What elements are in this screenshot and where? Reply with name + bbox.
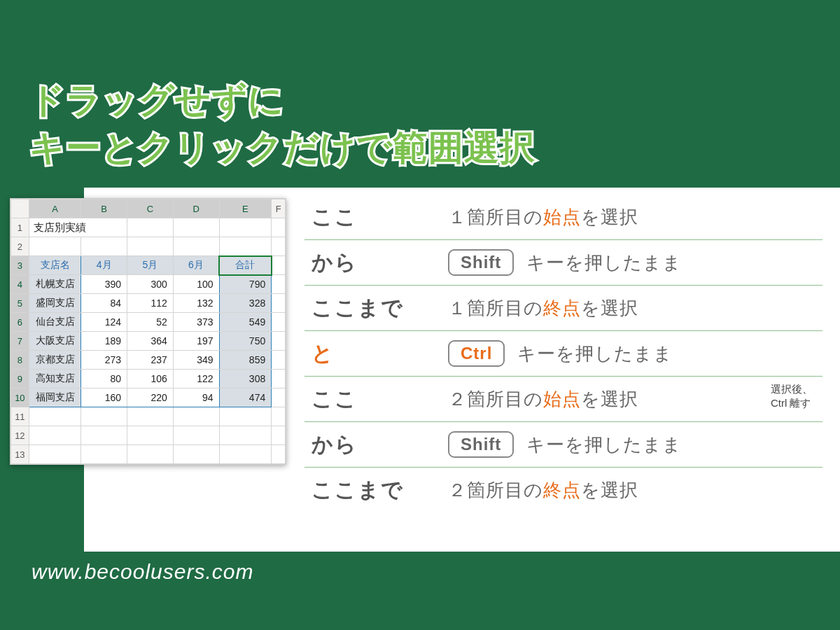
row-2: 2 xyxy=(11,237,286,256)
cell-f4[interactable] xyxy=(272,275,286,294)
step-4-text: Ctrl キーを押したまま xyxy=(448,340,822,367)
spreadsheet: A B C D E F 1 支店別実績 2 3 支店名 4月 5月 6月 合計 xyxy=(10,198,286,465)
spreadsheet-table: A B C D E F 1 支店別実績 2 3 支店名 4月 5月 6月 合計 xyxy=(10,199,286,464)
cell-e5[interactable]: 328 xyxy=(219,294,272,313)
step-6-text: Shift キーを押したまま xyxy=(448,431,822,458)
cell-b10[interactable]: 160 xyxy=(81,388,127,407)
cell-f6[interactable] xyxy=(272,313,286,332)
step-2: から Shift キーを押したまま xyxy=(304,240,822,286)
cell-d8[interactable]: 349 xyxy=(173,351,219,370)
cell-d2[interactable] xyxy=(173,237,219,256)
cell-e4[interactable]: 790 xyxy=(219,275,272,294)
step-6: から Shift キーを押したまま xyxy=(304,422,822,468)
cell-a7[interactable]: 大阪支店 xyxy=(29,332,81,351)
cell-e8[interactable]: 859 xyxy=(219,351,272,370)
row-4: 4 札幌支店 390 300 100 790 xyxy=(11,275,286,294)
step-1-label: ここ xyxy=(312,203,448,232)
cell-f3[interactable] xyxy=(272,256,286,275)
cell-c8[interactable]: 237 xyxy=(127,351,174,370)
cell-b8[interactable]: 273 xyxy=(81,351,127,370)
site-url: www.becoolusers.com xyxy=(31,560,253,584)
cell-a9[interactable]: 高知支店 xyxy=(29,370,81,388)
row-header-5[interactable]: 5 xyxy=(11,294,29,313)
cell-d1[interactable] xyxy=(173,218,219,237)
instruction-list: ここ １箇所目の始点を選択 から Shift キーを押したまま ここまで １箇所… xyxy=(304,195,822,513)
cell-c4[interactable]: 300 xyxy=(127,275,174,294)
cell-a3[interactable]: 支店名 xyxy=(29,256,81,275)
cell-d4[interactable]: 100 xyxy=(173,275,219,294)
row-header-9[interactable]: 9 xyxy=(11,370,29,388)
row-1: 1 支店別実績 xyxy=(11,218,286,237)
col-header-f[interactable]: F xyxy=(272,200,286,218)
cell-f1[interactable] xyxy=(272,218,286,237)
cell-e9[interactable]: 308 xyxy=(219,370,272,388)
cell-c10[interactable]: 220 xyxy=(127,388,174,407)
cell-b4[interactable]: 390 xyxy=(81,275,127,294)
cell-f7[interactable] xyxy=(272,332,286,351)
cell-d6[interactable]: 373 xyxy=(173,313,219,332)
row-header-11[interactable]: 11 xyxy=(11,407,29,426)
cell-d7[interactable]: 197 xyxy=(173,332,219,351)
step-4: と Ctrl キーを押したまま xyxy=(304,331,822,377)
cell-c9[interactable]: 106 xyxy=(127,370,174,388)
col-header-a[interactable]: A xyxy=(29,200,81,218)
cell-f10[interactable] xyxy=(272,388,286,407)
cell-a4[interactable]: 札幌支店 xyxy=(29,275,81,294)
cell-e1[interactable] xyxy=(219,218,272,237)
row-header-12[interactable]: 12 xyxy=(11,426,29,445)
cell-c6[interactable]: 52 xyxy=(127,313,174,332)
col-header-d[interactable]: D xyxy=(173,200,219,218)
cell-a5[interactable]: 盛岡支店 xyxy=(29,294,81,313)
cell-a6[interactable]: 仙台支店 xyxy=(29,313,81,332)
select-all-corner[interactable] xyxy=(11,200,29,218)
cell-e3[interactable]: 合計 xyxy=(219,256,272,275)
col-header-c[interactable]: C xyxy=(127,200,174,218)
cell-b6[interactable]: 124 xyxy=(81,313,127,332)
row-header-10[interactable]: 10 xyxy=(11,388,29,407)
row-header-1[interactable]: 1 xyxy=(11,218,29,237)
row-header-7[interactable]: 7 xyxy=(11,332,29,351)
row-header-6[interactable]: 6 xyxy=(11,313,29,332)
row-header-4[interactable]: 4 xyxy=(11,275,29,294)
cell-e7[interactable]: 750 xyxy=(219,332,272,351)
cell-b2[interactable] xyxy=(81,237,127,256)
cell-e2[interactable] xyxy=(219,237,272,256)
cell-a1[interactable]: 支店別実績 xyxy=(29,218,127,237)
title-line-1: ドラッグせずに xyxy=(29,80,284,120)
col-header-b[interactable]: B xyxy=(81,200,127,218)
cell-d10[interactable]: 94 xyxy=(173,388,219,407)
row-header-3[interactable]: 3 xyxy=(11,256,29,275)
cell-c5[interactable]: 112 xyxy=(127,294,174,313)
row-header-13[interactable]: 13 xyxy=(11,445,29,464)
cell-b7[interactable]: 189 xyxy=(81,332,127,351)
cell-e6[interactable]: 549 xyxy=(219,313,272,332)
cell-d5[interactable]: 132 xyxy=(173,294,219,313)
cell-d3[interactable]: 6月 xyxy=(173,256,219,275)
cell-c3[interactable]: 5月 xyxy=(127,256,174,275)
row-header-8[interactable]: 8 xyxy=(11,351,29,370)
ctrl-key-badge: Ctrl xyxy=(448,340,505,367)
cell-e10[interactable]: 474 xyxy=(219,388,272,407)
row-header-2[interactable]: 2 xyxy=(11,237,29,256)
cell-f8[interactable] xyxy=(272,351,286,370)
cell-b3[interactable]: 4月 xyxy=(81,256,127,275)
step-7-text: ２箇所目の終点を選択 xyxy=(448,478,822,503)
cell-d9[interactable]: 122 xyxy=(173,370,219,388)
step-7: ここまで ２箇所目の終点を選択 xyxy=(304,468,822,513)
cell-b5[interactable]: 84 xyxy=(81,294,127,313)
cell-a10[interactable]: 福岡支店 xyxy=(29,388,81,407)
cell-c1[interactable] xyxy=(127,218,174,237)
cell-c7[interactable]: 364 xyxy=(127,332,174,351)
step-4-label: と xyxy=(312,340,448,368)
step-5-label: ここ xyxy=(312,385,448,414)
cell-a2[interactable] xyxy=(29,237,81,256)
cell-b9[interactable]: 80 xyxy=(81,370,127,388)
row-3: 3 支店名 4月 5月 6月 合計 xyxy=(11,256,286,275)
cell-a8[interactable]: 京都支店 xyxy=(29,351,81,370)
row-7: 7 大阪支店 189 364 197 750 xyxy=(11,332,286,351)
col-header-e[interactable]: E xyxy=(219,200,272,218)
cell-f9[interactable] xyxy=(272,370,286,388)
cell-f2[interactable] xyxy=(272,237,286,256)
cell-f5[interactable] xyxy=(272,294,286,313)
cell-c2[interactable] xyxy=(127,237,174,256)
